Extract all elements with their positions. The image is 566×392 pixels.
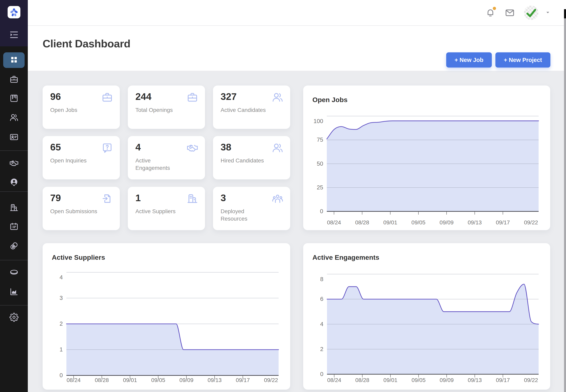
- sidebar-collapse-button[interactable]: [0, 29, 28, 40]
- stat-card-active-engagements[interactable]: 4Active Engagements: [128, 136, 205, 179]
- stat-value: 96: [50, 91, 61, 102]
- active-suppliers-chart: 0123408/2408/2809/0109/0509/0909/1309/17…: [43, 243, 290, 390]
- stat-card-active-candidates[interactable]: 327Active Candidates: [213, 85, 290, 129]
- id-card-icon: [9, 132, 19, 142]
- y-axis-tick-label: 4: [60, 274, 63, 280]
- x-axis-tick-label: 09/09: [179, 377, 194, 383]
- new-job-button[interactable]: + New Job: [446, 52, 492, 68]
- app-logo[interactable]: [8, 6, 20, 18]
- y-axis-tick-label: 6: [320, 296, 323, 302]
- sidebar-item-reports[interactable]: [0, 284, 28, 300]
- building-icon: [187, 193, 198, 204]
- notifications-button[interactable]: [485, 8, 496, 18]
- new-project-button[interactable]: + New Project: [495, 52, 551, 68]
- page-header: Client Dashboard + New Job + New Project: [28, 26, 566, 71]
- profile-menu-button[interactable]: [545, 9, 551, 16]
- stat-card-active-suppliers[interactable]: 1Active Suppliers: [128, 187, 205, 230]
- stat-card-total-openings[interactable]: 244Total Openings: [128, 85, 205, 129]
- sidebar-item-engagements[interactable]: [0, 156, 28, 171]
- stat-label: Active Candidates: [221, 106, 268, 114]
- open-jobs-chart: 025507510008/2408/2809/0109/0509/0909/13…: [303, 85, 550, 230]
- sidebar: [0, 0, 28, 392]
- stat-card-open-jobs[interactable]: 96Open Jobs: [43, 85, 120, 129]
- stat-value: 79: [50, 192, 61, 203]
- check-avatar-icon: [524, 6, 538, 20]
- sidebar-item-dashboard[interactable]: [3, 52, 25, 68]
- sidebar-item-timesheets[interactable]: [0, 219, 28, 235]
- sidebar-item-invoices[interactable]: [0, 238, 28, 254]
- x-axis-tick-label: 08/28: [355, 377, 369, 383]
- inquiry-icon: [101, 142, 113, 154]
- stat-label: Open Jobs: [50, 106, 98, 114]
- stat-value: 1: [135, 192, 141, 203]
- sidebar-divider: [0, 151, 28, 151]
- active-engagements-chart: 0246808/2408/2809/0109/0509/0909/1309/17…: [303, 243, 550, 390]
- top-bar-icons: [485, 0, 551, 25]
- menu-indent-icon: [9, 29, 19, 40]
- open-jobs-chart-card: Open Jobs 025507510008/2408/2809/0109/05…: [303, 85, 550, 230]
- active-suppliers-chart-card: Active Suppliers 0123408/2408/2809/0109/…: [43, 243, 290, 390]
- y-axis-tick-label: 0: [60, 372, 63, 378]
- stat-card-open-inquiries[interactable]: 65Open Inquiries: [43, 136, 120, 179]
- x-axis-tick-label: 08/24: [67, 377, 81, 383]
- stat-card-deployed-resources[interactable]: 3Deployed Resources: [213, 187, 290, 230]
- sidebar-item-contacts[interactable]: [0, 130, 28, 145]
- area-chart-icon: [9, 287, 19, 297]
- stat-label: Active Suppliers: [135, 208, 183, 215]
- x-axis-tick-label: 08/28: [355, 219, 369, 225]
- x-axis-tick-label: 09/17: [496, 219, 510, 225]
- stat-value: 244: [135, 91, 151, 102]
- y-axis-tick-label: 0: [320, 371, 323, 377]
- stat-label: Open Submissions: [50, 208, 98, 215]
- y-axis-tick-label: 50: [317, 160, 323, 167]
- person-circle-icon: [9, 177, 19, 187]
- users-icon: [272, 142, 283, 154]
- chevron-down-icon: [545, 9, 551, 15]
- messages-button[interactable]: [504, 7, 515, 18]
- scrollbar-thumb[interactable]: [564, 18, 566, 392]
- x-axis-tick-label: 09/17: [236, 377, 250, 383]
- stat-value: 65: [50, 142, 61, 153]
- x-axis-tick-label: 09/01: [383, 219, 397, 225]
- users-icon: [9, 113, 19, 123]
- y-axis-tick-label: 3: [60, 295, 63, 301]
- x-axis-tick-label: 09/22: [524, 377, 538, 383]
- coins-icon: [9, 241, 19, 251]
- grid-icon: [10, 56, 18, 65]
- person-logo-icon: [9, 8, 19, 17]
- x-axis-tick-label: 09/05: [411, 219, 425, 225]
- stat-value: 38: [221, 142, 231, 153]
- avatar[interactable]: [524, 6, 538, 20]
- stat-value: 4: [135, 142, 141, 153]
- sidebar-item-settings[interactable]: [0, 310, 28, 325]
- doc-arrow-icon: [101, 193, 113, 204]
- x-axis-tick-label: 09/05: [151, 377, 165, 383]
- x-axis-tick-label: 08/24: [327, 219, 341, 225]
- sidebar-item-suppliers[interactable]: [0, 200, 28, 216]
- stat-card-open-submissions[interactable]: 79Open Submissions: [43, 187, 120, 230]
- x-axis-tick-label: 09/22: [524, 219, 538, 225]
- page-title: Client Dashboard: [43, 37, 130, 50]
- users-icon: [272, 92, 283, 103]
- stat-label: Deployed Resources: [221, 208, 268, 222]
- calendar-icon: [9, 222, 19, 232]
- building-icon: [9, 203, 19, 213]
- stat-value: 327: [221, 91, 237, 102]
- stat-card-hired-candidates[interactable]: 38Hired Candidates: [213, 136, 290, 179]
- x-axis-tick-label: 09/09: [440, 219, 454, 225]
- sidebar-item-resources[interactable]: [0, 175, 28, 190]
- y-axis-tick-label: 25: [317, 184, 323, 191]
- kanban-icon: [9, 94, 19, 104]
- sidebar-divider: [0, 191, 28, 192]
- x-axis-tick-label: 08/24: [327, 377, 341, 383]
- briefcase-icon: [187, 92, 198, 103]
- sidebar-item-jobs[interactable]: [0, 72, 28, 87]
- x-axis-tick-label: 09/13: [468, 219, 482, 225]
- sidebar-item-data[interactable]: [0, 265, 28, 280]
- sidebar-divider: [0, 260, 28, 260]
- x-axis-tick-label: 09/01: [123, 377, 137, 383]
- x-axis-tick-label: 08/28: [95, 377, 109, 383]
- handshake-icon: [187, 142, 198, 154]
- sidebar-item-candidates[interactable]: [0, 110, 28, 126]
- sidebar-item-projects[interactable]: [0, 91, 28, 107]
